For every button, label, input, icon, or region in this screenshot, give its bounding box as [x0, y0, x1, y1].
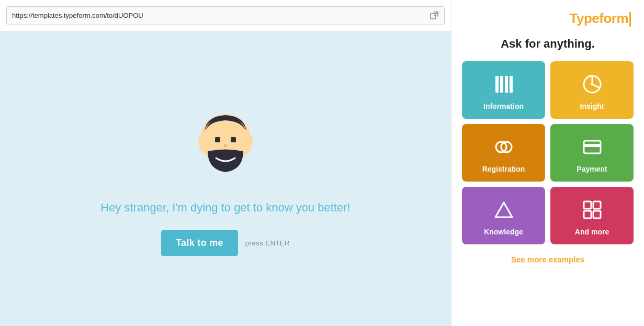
svg-rect-9 — [495, 76, 499, 93]
svg-point-14 — [591, 83, 593, 86]
payment-label: Payment — [577, 165, 607, 173]
insight-label: Insight — [580, 102, 604, 110]
brand-cursor — [629, 12, 631, 27]
payment-icon — [580, 134, 605, 160]
category-grid: Information Insight Regist — [462, 61, 634, 244]
right-panel: Typeform Ask for anything. Information — [451, 0, 644, 326]
information-label: Information — [483, 102, 524, 110]
registration-label: Registration — [482, 165, 525, 173]
svg-rect-20 — [584, 201, 591, 209]
svg-rect-10 — [500, 76, 503, 93]
category-tile-knowledge[interactable]: Knowledge — [462, 187, 545, 244]
talk-to-me-button[interactable]: Talk to me — [161, 230, 238, 256]
and-more-label: And more — [575, 228, 609, 236]
cta-area: Talk to me press ENTER — [161, 230, 290, 256]
svg-rect-18 — [584, 144, 601, 147]
knowledge-icon — [491, 197, 516, 222]
svg-point-5 — [245, 136, 253, 146]
greeting-text: Hey stranger, I'm dying to get to know y… — [100, 201, 350, 215]
see-more-link[interactable]: See more examples — [511, 255, 584, 264]
category-tile-information[interactable]: Information — [462, 61, 545, 119]
svg-marker-19 — [495, 203, 512, 217]
svg-rect-12 — [510, 76, 513, 93]
category-tile-registration[interactable]: Registration — [462, 124, 545, 182]
knowledge-label: Knowledge — [484, 228, 523, 236]
svg-rect-23 — [593, 211, 601, 218]
information-icon — [491, 72, 516, 97]
browser-panel: https://templates.typeform.com/to/dUOPOU — [0, 0, 451, 326]
brand-title: Typeform — [462, 10, 634, 27]
iframe-content: Hey stranger, I'm dying to get to know y… — [0, 31, 451, 326]
address-bar-container: https://templates.typeform.com/to/dUOPOU — [0, 0, 451, 31]
brand-name: Typeform — [569, 10, 628, 26]
svg-rect-7 — [231, 137, 236, 142]
svg-rect-22 — [584, 211, 591, 218]
external-link-icon[interactable] — [430, 11, 439, 20]
svg-rect-21 — [593, 201, 601, 209]
svg-rect-11 — [505, 76, 508, 93]
press-hint: press ENTER — [245, 239, 290, 247]
avatar — [184, 102, 267, 185]
category-tile-and-more[interactable]: And more — [550, 187, 634, 244]
category-tile-payment[interactable]: Payment — [550, 124, 634, 182]
svg-point-4 — [198, 136, 206, 146]
svg-rect-6 — [215, 137, 220, 142]
address-bar[interactable]: https://templates.typeform.com/to/dUOPOU — [6, 6, 445, 25]
and-more-icon — [580, 197, 605, 222]
url-text: https://templates.typeform.com/to/dUOPOU — [12, 12, 143, 19]
registration-icon — [491, 134, 516, 160]
insight-icon — [580, 72, 605, 97]
svg-rect-8 — [224, 144, 227, 147]
category-tile-insight[interactable]: Insight — [550, 61, 634, 119]
ask-heading: Ask for anything. — [462, 37, 634, 51]
